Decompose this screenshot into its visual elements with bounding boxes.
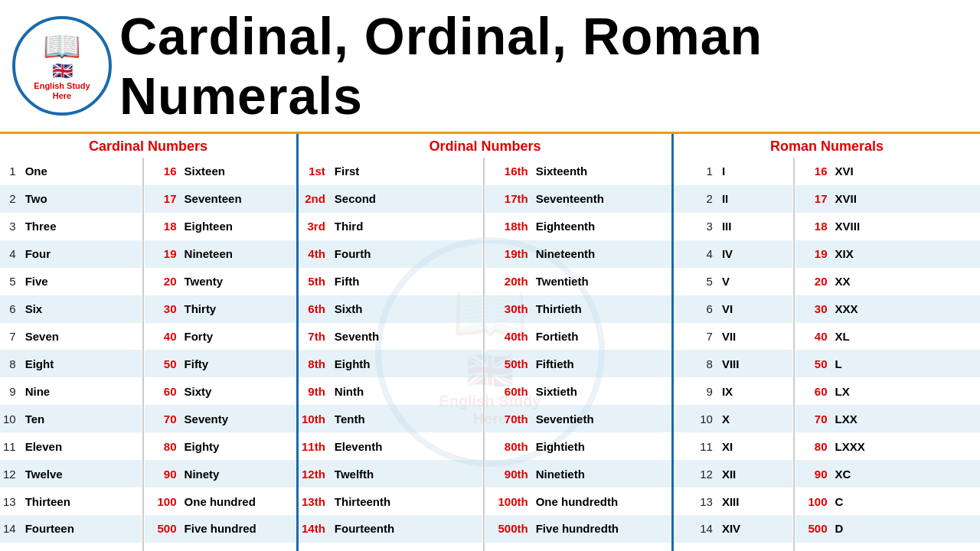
ordinal-abbr2: 100th — [485, 487, 531, 515]
ordinal-abbr2: 70th — [485, 405, 531, 432]
cardinal-number2: 40 — [145, 323, 180, 350]
table-row: 20 XX — [795, 268, 980, 295]
table-row: 70 Seventy — [145, 405, 296, 432]
ordinal-abbr2: 16th — [485, 158, 531, 185]
cardinal-word: Four — [19, 240, 142, 268]
cardinal-number: 6 — [0, 295, 19, 323]
cardinal-word: Fourteen — [19, 515, 142, 543]
roman-number: 6 — [674, 295, 716, 323]
roman-numeral: IX — [716, 377, 792, 405]
table-row: 7th Seventh — [299, 323, 482, 350]
ordinal-word: Seventh — [328, 323, 482, 350]
ordinal-word: Sixth — [328, 295, 482, 323]
roman-number: 10 — [674, 405, 716, 432]
roman-number: 8 — [674, 350, 716, 377]
table-row: 9th Ninth — [299, 377, 482, 405]
ordinal-abbr2: 20th — [485, 268, 531, 295]
table-row: 16 XVI — [795, 158, 980, 185]
roman-number: 2 — [674, 185, 716, 213]
cardinal-number2: 18 — [145, 213, 180, 240]
table-row: 50 L — [795, 350, 980, 377]
ordinal-abbr: 5th — [299, 268, 328, 295]
roman-numeral: XV — [716, 543, 792, 551]
table-row: 70th Seventieth — [485, 405, 671, 432]
cardinal-word: Twelve — [19, 460, 142, 487]
table-row: 19 Nineteen — [145, 240, 296, 268]
roman-number2: 70 — [795, 405, 831, 432]
ordinal-abbr: 12th — [299, 460, 328, 487]
ordinal-abbr: 11th — [299, 432, 328, 460]
roman-numeral2: LXXX — [831, 432, 980, 460]
table-row: 2 II — [674, 185, 792, 213]
table-row: 8 VIII — [674, 350, 792, 377]
roman-numeral2: XVI — [831, 158, 980, 185]
roman-number2: 90 — [795, 460, 831, 487]
cardinal-word2: Forty — [180, 323, 296, 350]
logo-text: English Study Here — [34, 81, 90, 101]
cardinal-number: 11 — [0, 432, 19, 460]
ordinal-abbr2: 19th — [485, 240, 531, 268]
logo-circle: 📖 🇬🇧 English Study Here — [12, 16, 112, 116]
table-row: 17th Seventeenth — [485, 185, 671, 213]
table-row: 12 Twelve — [0, 460, 142, 487]
cardinal-left-table: 1 One 2 Two 3 Three 4 Four 5 Five 6 Six … — [0, 158, 142, 551]
roman-number: 11 — [674, 432, 716, 460]
table-row: 80 Eighty — [145, 432, 296, 460]
table-row: 15 XV — [674, 543, 792, 551]
roman-numeral: V — [716, 268, 792, 295]
cardinal-number2: 19 — [145, 240, 180, 268]
cardinal-word: Nine — [19, 377, 142, 405]
table-row: 15 Fifteen — [0, 543, 142, 551]
table-row: 19th Nineteenth — [485, 240, 671, 268]
roman-header: Roman Numerals — [674, 134, 980, 158]
page-title: Cardinal, Ordinal, Roman Numerals — [119, 6, 968, 126]
roman-number2: 500 — [795, 515, 831, 543]
ordinal-word2: Seventieth — [531, 405, 671, 432]
table-row: 6 VI — [674, 295, 792, 323]
ordinal-word2: Five hundredth — [531, 515, 671, 543]
cardinal-section: Cardinal Numbers 1 One 2 Two 3 Three 4 F… — [0, 134, 299, 551]
cardinal-word2: One hundred — [180, 487, 296, 515]
ordinal-abbr: 6th — [299, 295, 328, 323]
ordinal-abbr: 8th — [299, 350, 328, 377]
cardinal-word2: Seventy — [180, 405, 296, 432]
ordinal-word2: Fortieth — [531, 323, 671, 350]
roman-number2: 16 — [795, 158, 831, 185]
roman-number: 7 — [674, 323, 716, 350]
table-row: 17 XVII — [795, 185, 980, 213]
table-row: 100 One hundred — [145, 487, 296, 515]
cardinal-word2: Eighteen — [180, 213, 296, 240]
roman-number: 14 — [674, 515, 716, 543]
table-row: 40th Fortieth — [485, 323, 671, 350]
table-row: 40 XL — [795, 323, 980, 350]
roman-section: Roman Numerals 1 I 2 II 3 III 4 IV 5 V 6… — [674, 134, 980, 551]
table-row: 6th Sixth — [299, 295, 482, 323]
table-row: 3 Three — [0, 213, 142, 240]
roman-numeral2: M — [831, 543, 980, 551]
ordinal-word2: Twentieth — [531, 268, 671, 295]
ordinal-abbr2: 40th — [485, 323, 531, 350]
roman-number2: 1.000 — [795, 543, 831, 551]
cardinal-number2: 50 — [145, 350, 180, 377]
ordinal-word: Fourth — [328, 240, 482, 268]
ordinal-abbr2: 30th — [485, 295, 531, 323]
roman-numeral2: XIX — [831, 240, 980, 268]
roman-number2: 18 — [795, 213, 831, 240]
table-row: 500th Five hundredth — [485, 515, 671, 543]
ordinal-abbr: 13th — [299, 487, 328, 515]
table-row: 1.000th One thousandth — [485, 543, 671, 551]
table-row: 90 XC — [795, 460, 980, 487]
cardinal-word: Eight — [19, 350, 142, 377]
cardinal-word: Two — [19, 185, 142, 213]
table-row: 5th Fifth — [299, 268, 482, 295]
roman-numeral: XIV — [716, 515, 792, 543]
cardinal-number2: 1.000 — [145, 543, 180, 551]
roman-numeral: I — [716, 158, 792, 185]
cardinal-number: 10 — [0, 405, 19, 432]
cardinal-number: 2 — [0, 185, 19, 213]
table-row: 14th Fourteenth — [299, 515, 482, 543]
cardinal-number2: 100 — [145, 487, 180, 515]
table-row: 30 Thirty — [145, 295, 296, 323]
table-row: 6 Six — [0, 295, 142, 323]
roman-number: 3 — [674, 213, 716, 240]
